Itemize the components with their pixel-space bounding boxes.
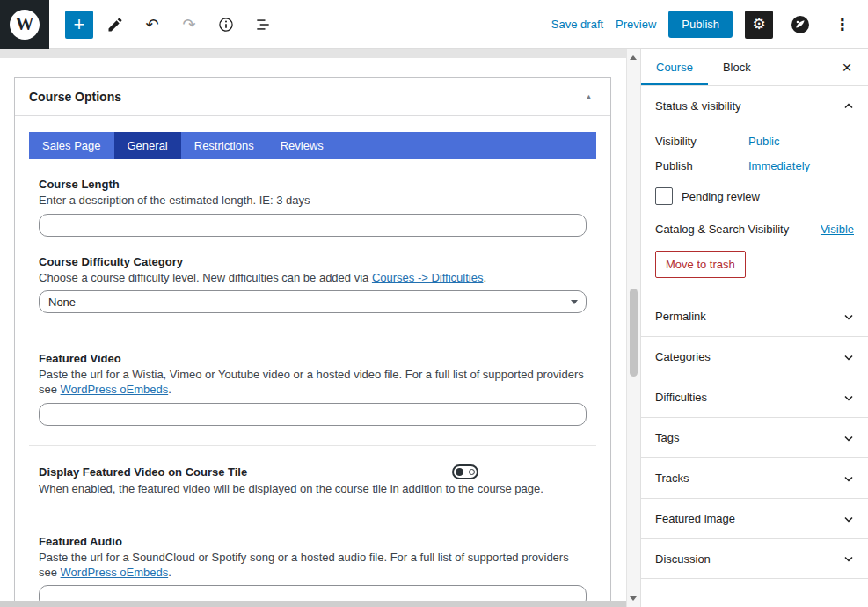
details-button[interactable] <box>211 9 241 40</box>
course-length-field: Course Length Enter a description of the… <box>39 178 587 237</box>
metabox-collapse-button[interactable]: ▲ <box>581 91 596 103</box>
more-options-button[interactable]: ⋮ <box>828 9 857 40</box>
wordpress-oembeds-link[interactable]: WordPress oEmbeds <box>61 383 169 396</box>
toolbar-left-group: + ↶ ↷ <box>49 9 278 40</box>
settings-toggle-button[interactable]: ⚙ <box>745 11 773 39</box>
pending-review-row: Pending review <box>655 187 854 205</box>
panel-difficulties[interactable]: Difficulties <box>641 377 868 417</box>
course-length-input[interactable] <box>39 214 587 237</box>
list-view-icon <box>254 16 272 33</box>
featured-audio-field: Featured Audio Paste the url for a Sound… <box>39 535 587 607</box>
scrollbar-down-arrow[interactable] <box>630 596 637 601</box>
editor-scrollbar[interactable] <box>626 49 640 607</box>
featured-video-tile-field: Display Featured Video on Course Tile Wh… <box>39 464 587 497</box>
course-length-description: Enter a description of the estimated len… <box>39 194 587 208</box>
list-view-button[interactable] <box>248 9 278 40</box>
featured-audio-description: Paste the url for a SoundCloud or Spotif… <box>39 551 587 580</box>
featured-video-tile-label: Display Featured Video on Course Tile <box>39 465 452 479</box>
course-difficulty-description: Choose a course difficulty level. New di… <box>39 271 587 286</box>
scrollbar-thumb[interactable] <box>630 289 638 377</box>
tab-reviews[interactable]: Reviews <box>267 132 337 159</box>
selected-option-label: None <box>48 296 76 309</box>
courses-difficulties-link[interactable]: Courses -> Difficulties <box>372 271 484 284</box>
visibility-label: Visibility <box>655 135 748 148</box>
course-difficulty-select[interactable]: None <box>39 290 587 313</box>
wordpress-menu-button[interactable]: W <box>0 0 49 49</box>
toggle-knob <box>456 468 463 476</box>
toggle-row: Display Featured Video on Course Tile <box>39 464 587 479</box>
sidebar-tab-course[interactable]: Course <box>641 49 708 85</box>
panel-discussion[interactable]: Discussion <box>641 538 868 579</box>
chevron-down-icon <box>843 433 854 443</box>
tab-sales-page[interactable]: Sales Page <box>29 132 114 159</box>
course-length-label: Course Length <box>39 178 587 191</box>
sidebar-tab-bar: Course Block × <box>641 49 868 86</box>
field-separator <box>29 445 596 446</box>
general-tab-form: Course Length Enter a description of the… <box>29 178 596 607</box>
course-options-metabox: Course Options ▲ Sales Page General Rest… <box>14 77 611 607</box>
chevron-down-icon <box>843 311 854 322</box>
chevron-down-icon <box>843 553 854 564</box>
toggle-ring <box>469 469 475 475</box>
panel-label: Featured image <box>655 512 735 525</box>
status-visibility-panel: Status & visibility Visibility Public Pu… <box>641 86 868 296</box>
pending-review-checkbox[interactable] <box>655 187 673 205</box>
panel-featured-image[interactable]: Featured image <box>641 498 868 538</box>
editor-workspace: Course Options ▲ Sales Page General Rest… <box>0 49 868 607</box>
featured-video-tile-toggle[interactable] <box>452 464 478 479</box>
close-icon: × <box>842 58 851 77</box>
featured-video-input[interactable] <box>39 403 587 426</box>
publish-label: Publish <box>655 159 748 172</box>
panel-tracks[interactable]: Tracks <box>641 457 868 498</box>
catalog-visibility-link[interactable]: Visible <box>821 223 854 236</box>
canvas-bottom-edge <box>0 601 626 607</box>
undo-button[interactable]: ↶ <box>137 9 167 40</box>
panel-label: Tags <box>655 431 679 444</box>
edit-tool-button[interactable] <box>100 9 130 40</box>
kebab-icon: ⋮ <box>835 17 850 33</box>
wordpress-logo-icon: W <box>10 10 40 40</box>
publish-value-button[interactable]: Immediately <box>748 159 810 172</box>
redo-button[interactable]: ↷ <box>174 9 204 40</box>
sidebar-tab-block[interactable]: Block <box>708 49 766 85</box>
settings-sidebar: Course Block × Status & visibility Visib… <box>640 49 868 607</box>
featured-video-field: Featured Video Paste the url for a Wisti… <box>39 352 587 425</box>
wordpress-oembeds-link[interactable]: WordPress oEmbeds <box>61 566 169 579</box>
visibility-row: Visibility Public <box>655 135 854 148</box>
info-icon <box>217 16 235 33</box>
panel-permalink[interactable]: Permalink <box>641 296 868 336</box>
tab-general[interactable]: General <box>114 132 181 159</box>
preview-button[interactable]: Preview <box>616 18 656 31</box>
redo-icon: ↷ <box>182 17 195 33</box>
tab-restrictions[interactable]: Restrictions <box>181 132 267 159</box>
panel-tags[interactable]: Tags <box>641 417 868 457</box>
save-draft-button[interactable]: Save draft <box>551 18 603 31</box>
scrollbar-up-arrow[interactable] <box>630 55 637 60</box>
description-text: Choose a course difficulty level. New di… <box>39 271 372 284</box>
panel-label: Tracks <box>655 472 689 485</box>
catalog-visibility-row: Catalog & Search Visibility Visible <box>655 223 854 236</box>
lifterlms-sidebar-button[interactable] <box>785 9 815 40</box>
gear-icon: ⚙ <box>752 17 765 32</box>
catalog-visibility-label: Catalog & Search Visibility <box>655 223 789 236</box>
pencil-icon <box>106 16 124 33</box>
chevron-up-icon <box>843 101 854 112</box>
editor-canvas: Course Options ▲ Sales Page General Rest… <box>0 49 626 607</box>
publish-button[interactable]: Publish <box>668 11 733 38</box>
chevron-down-icon <box>843 352 854 362</box>
canvas-top-edge <box>0 49 626 58</box>
close-sidebar-button[interactable]: × <box>833 54 861 82</box>
metabox-title: Course Options <box>29 90 121 104</box>
description-text: . <box>168 566 171 579</box>
chevron-down-icon <box>843 392 854 403</box>
undo-icon: ↶ <box>145 17 158 33</box>
wordpress-editor: W + ↶ ↷ Save draft Preview Publish <box>0 0 868 607</box>
publish-row: Publish Immediately <box>655 159 854 172</box>
metabox-header[interactable]: Course Options ▲ <box>15 78 610 116</box>
move-to-trash-button[interactable]: Move to trash <box>655 251 746 278</box>
course-difficulty-field: Course Difficulty Category Choose a cour… <box>39 255 587 314</box>
visibility-value-button[interactable]: Public <box>748 135 779 148</box>
status-visibility-header[interactable]: Status & visibility <box>641 86 868 123</box>
panel-categories[interactable]: Categories <box>641 336 868 377</box>
block-inserter-button[interactable]: + <box>65 11 93 39</box>
